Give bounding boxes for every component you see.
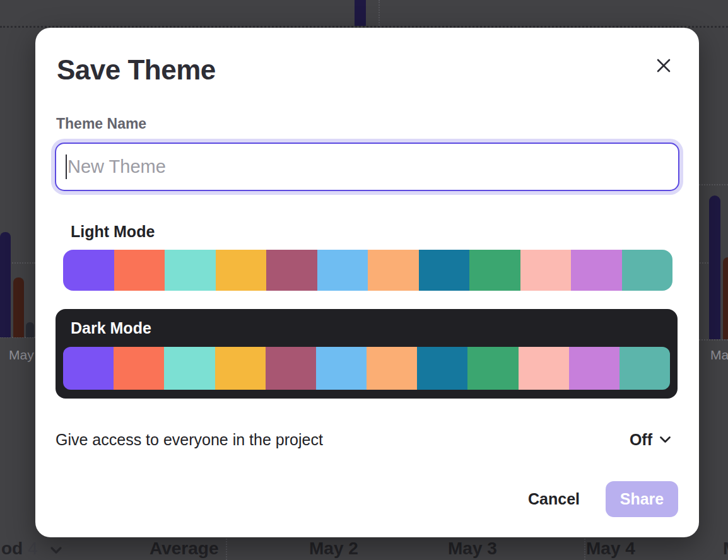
dark-mode-label: Dark Mode — [71, 319, 151, 337]
color-swatch — [266, 250, 317, 291]
background-bar-red-right — [723, 257, 728, 339]
access-row: Give access to everyone in the project O… — [56, 427, 671, 452]
light-mode-label: Light Mode — [71, 223, 155, 241]
right-gridline-2 — [700, 262, 708, 264]
bottom-label-may3: May 3 — [448, 537, 497, 560]
color-swatch — [63, 250, 114, 291]
period-dropdown[interactable]: od 4 — [1, 537, 62, 560]
color-swatch — [467, 347, 518, 390]
color-swatch — [419, 250, 470, 291]
color-swatch — [215, 347, 266, 390]
bottom-label-may2: May 2 — [309, 537, 358, 560]
screen: May Ma od 4 Average May 2 May 3 May 4 M … — [0, 0, 728, 560]
color-swatch — [619, 347, 670, 390]
color-swatch — [569, 347, 619, 390]
period-value: 4 — [28, 539, 38, 558]
color-swatch — [216, 250, 267, 291]
chevron-down-icon — [659, 436, 671, 443]
save-theme-dialog: Save Theme Theme Name Light Mode Dark Mo… — [35, 28, 699, 537]
dialog-title: Save Theme — [57, 54, 216, 86]
color-swatch — [114, 347, 164, 390]
background-bar-red-left — [13, 277, 24, 337]
background-top-divider — [379, 0, 380, 26]
color-swatch — [367, 347, 417, 390]
theme-name-label: Theme Name — [56, 115, 146, 132]
access-label: Give access to everyone in the project — [56, 431, 323, 449]
color-swatch — [417, 347, 467, 390]
color-swatch — [469, 250, 520, 291]
right-baseline — [699, 339, 728, 341]
dark-mode-palette — [63, 347, 670, 390]
bottom-label-may4: May 4 — [586, 537, 635, 560]
background-bar-muted-left — [26, 322, 34, 337]
close-icon — [655, 57, 672, 74]
color-swatch — [63, 347, 114, 390]
background-bar-top-navy — [355, 0, 366, 26]
access-value: Off — [630, 431, 652, 449]
text-cursor — [66, 155, 67, 179]
access-dropdown[interactable]: Off — [630, 431, 671, 449]
color-swatch — [165, 250, 216, 291]
color-swatch — [316, 347, 367, 390]
color-swatch — [317, 250, 368, 291]
color-swatch — [571, 250, 622, 291]
bottom-label-partial: M — [723, 537, 728, 560]
close-button[interactable] — [655, 57, 672, 74]
chevron-down-icon — [50, 546, 62, 554]
theme-name-field-wrap — [55, 143, 679, 191]
color-swatch — [520, 250, 572, 291]
right-gridline-1 — [699, 184, 728, 185]
right-axis-label: Ma — [710, 347, 728, 363]
dark-mode-card: Dark Mode — [56, 309, 678, 399]
light-mode-palette — [63, 250, 672, 291]
left-axis-label: May — [9, 347, 34, 363]
dialog-footer: Cancel Share — [528, 481, 678, 517]
color-swatch — [368, 250, 419, 291]
share-button[interactable]: Share — [606, 481, 678, 517]
bottom-label-average: Average — [150, 537, 218, 560]
theme-name-input[interactable] — [55, 143, 679, 191]
color-swatch — [622, 250, 673, 291]
color-swatch — [519, 347, 569, 390]
period-label: od — [1, 539, 23, 558]
bottom-divider-1 — [226, 534, 227, 560]
color-swatch — [114, 250, 165, 291]
bottom-divider-2 — [584, 534, 585, 560]
color-swatch — [266, 347, 316, 390]
background-bar-navy-left — [0, 232, 11, 337]
background-bar-navy-right — [709, 195, 720, 339]
color-swatch — [164, 347, 214, 390]
cancel-button[interactable]: Cancel — [528, 490, 580, 508]
